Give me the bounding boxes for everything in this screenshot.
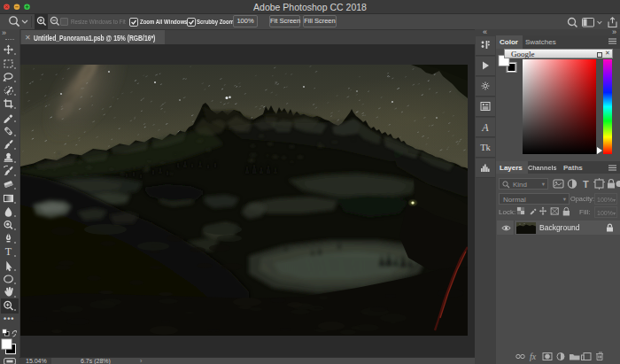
svg-text:A: A: [481, 121, 489, 134]
svg-text:T: T: [583, 179, 589, 190]
svg-text:T: T: [5, 245, 12, 258]
svg-text:fx: fx: [530, 352, 537, 361]
svg-text:Tk: Tk: [480, 143, 491, 152]
